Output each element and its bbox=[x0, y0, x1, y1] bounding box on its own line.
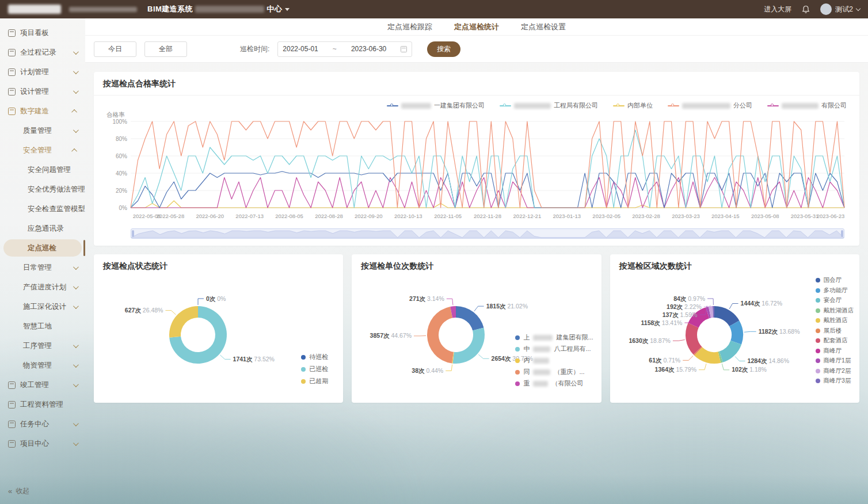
sidebar-item-9[interactable]: 安全检查监管模型 bbox=[0, 199, 85, 219]
donut-legend-item-6[interactable]: 配套酒店 bbox=[816, 337, 854, 345]
sidebar-item-12[interactable]: 日常管理 bbox=[0, 258, 85, 277]
sidebar-item-label: 竣工管理 bbox=[20, 380, 49, 390]
donut-legend-item-8[interactable]: 商峰厅1层 bbox=[816, 357, 854, 365]
sidebar-item-15[interactable]: 智慧工地 bbox=[0, 316, 85, 336]
chevron-down-icon bbox=[73, 264, 79, 270]
donut-legend-item-1[interactable]: 多功能厅 bbox=[816, 287, 854, 295]
enter-big-screen-link[interactable]: 进入大屏 bbox=[764, 5, 791, 14]
sidebar-item-label: 计划管理 bbox=[20, 67, 49, 77]
record-icon bbox=[8, 49, 16, 56]
sidebar-item-13[interactable]: 产值进度计划 bbox=[0, 277, 85, 297]
blurred-company-name bbox=[533, 381, 548, 387]
donut-legend-item-3[interactable]: 同（重庆）... bbox=[515, 368, 593, 376]
legend-dot-icon bbox=[816, 288, 820, 293]
donut-legend-item-2[interactable]: 已超期 bbox=[301, 377, 328, 385]
svg-text:100%: 100% bbox=[112, 119, 127, 125]
sidebar-item-19[interactable]: 工程资料管理 bbox=[0, 395, 85, 414]
calendar-icon bbox=[401, 46, 407, 52]
user-menu[interactable]: 测试2 bbox=[820, 3, 860, 15]
donut-legend-item-7[interactable]: 商峰厅 bbox=[816, 347, 854, 355]
donut-legend-item-10[interactable]: 商峰厅3层 bbox=[816, 377, 854, 385]
tab-0[interactable]: 定点巡检跟踪 bbox=[387, 22, 432, 32]
sidebar-item-5[interactable]: 质量管理 bbox=[0, 121, 85, 140]
tab-2[interactable]: 定点巡检设置 bbox=[521, 22, 566, 32]
tab-1[interactable]: 定点巡检统计 bbox=[454, 22, 499, 32]
chevron-down-icon bbox=[73, 381, 79, 387]
datazoom-left-handle[interactable] bbox=[132, 230, 134, 237]
blurred-company-name bbox=[533, 358, 549, 364]
point-status-title: 按巡检点状态统计 bbox=[103, 261, 334, 272]
donut-legend-item-4[interactable]: 戴胜酒店 bbox=[816, 316, 854, 324]
svg-text:2022-05-28: 2022-05-28 bbox=[157, 213, 185, 219]
donut-legend-item-2[interactable]: 宴会厅 bbox=[816, 296, 854, 304]
legend-label-prefix: 同 bbox=[523, 368, 530, 376]
sidebar-item-14[interactable]: 施工深化设计 bbox=[0, 297, 85, 316]
chevron-down-icon bbox=[73, 421, 79, 426]
svg-text:2022-10-13: 2022-10-13 bbox=[394, 213, 422, 219]
sidebar-item-18[interactable]: 竣工管理 bbox=[0, 375, 85, 395]
svg-text:102次 1.18%: 102次 1.18% bbox=[732, 366, 767, 373]
username: 测试2 bbox=[835, 5, 853, 14]
line-legend-item-3[interactable]: 分公司 bbox=[668, 101, 752, 110]
today-button[interactable]: 今日 bbox=[94, 41, 136, 57]
completion-icon bbox=[8, 381, 16, 389]
sidebar-item-2[interactable]: 计划管理 bbox=[0, 62, 85, 82]
donut-legend-item-0[interactable]: 上建集团有限... bbox=[515, 333, 593, 342]
sidebar-item-label: 全过程记录 bbox=[20, 48, 56, 58]
time-range-label: 巡检时间: bbox=[240, 44, 269, 54]
collapse-sidebar-button[interactable]: « 收起 bbox=[0, 486, 85, 504]
svg-text:2022-07-13: 2022-07-13 bbox=[235, 213, 264, 219]
sidebar-item-3[interactable]: 设计管理 bbox=[0, 82, 85, 101]
legend-label: 戴胜酒店 bbox=[823, 316, 847, 324]
donut-legend-item-1[interactable]: 已巡检 bbox=[301, 365, 328, 373]
line-legend-item-1[interactable]: 工程局有限公司 bbox=[500, 101, 598, 110]
svg-text:40%: 40% bbox=[116, 170, 127, 177]
legend-label: 分公司 bbox=[733, 101, 752, 110]
page-shell: 项目看板全过程记录计划管理设计管理数字建造质量管理安全管理安全问题管理安全优秀做… bbox=[0, 18, 868, 504]
company-logo bbox=[8, 5, 61, 14]
all-button[interactable]: 全部 bbox=[144, 41, 187, 57]
sidebar-item-label: 安全问题管理 bbox=[28, 165, 71, 175]
donut-legend-item-0[interactable]: 国会厅 bbox=[816, 276, 854, 284]
digital-icon bbox=[8, 108, 16, 115]
svg-text:2023-05-31: 2023-05-31 bbox=[791, 213, 819, 219]
date-range-input[interactable]: 2022-05-01 ~ 2023-06-30 bbox=[277, 41, 412, 57]
svg-text:0%: 0% bbox=[119, 205, 128, 211]
legend-label: 商峰厅2层 bbox=[823, 367, 851, 375]
sidebar-item-4[interactable]: 数字建造 bbox=[0, 101, 85, 121]
sidebar-item-21[interactable]: 项目中心 bbox=[0, 434, 85, 453]
line-legend-item-4[interactable]: 有限公司 bbox=[767, 101, 847, 110]
sidebar-item-16[interactable]: 工序管理 bbox=[0, 336, 85, 356]
sidebar-item-0[interactable]: 项目看板 bbox=[0, 23, 85, 43]
datazoom-right-handle[interactable] bbox=[841, 230, 843, 237]
line-legend-item-2[interactable]: 内部单位 bbox=[613, 101, 653, 110]
svg-text:627次 26.48%: 627次 26.48% bbox=[125, 307, 163, 314]
notification-bell-icon[interactable] bbox=[802, 5, 810, 14]
sidebar-item-11[interactable]: 定点巡检 bbox=[0, 238, 85, 258]
sidebar-item-17[interactable]: 物资管理 bbox=[0, 356, 85, 375]
sidebar-item-6[interactable]: 安全管理 bbox=[0, 140, 85, 160]
donut-legend-item-1[interactable]: 中八工程局有... bbox=[515, 345, 593, 353]
donut-legend-item-9[interactable]: 商峰厅2层 bbox=[816, 367, 854, 375]
sidebar-item-7[interactable]: 安全问题管理 bbox=[0, 160, 85, 180]
donut-legend-item-2[interactable]: 内 bbox=[515, 356, 593, 365]
chevron-down-icon bbox=[73, 342, 79, 348]
legend-label: 宴会厅 bbox=[823, 296, 842, 304]
pass-rate-chart-card: 按巡检点合格率统计 一建集团有限公司工程局有限公司内部单位分公司有限公司 合格率… bbox=[94, 72, 859, 246]
sidebar-item-1[interactable]: 全过程记录 bbox=[0, 43, 85, 62]
sidebar-item-10[interactable]: 应急通讯录 bbox=[0, 219, 85, 238]
line-legend-item-0[interactable]: 一建集团有限公司 bbox=[387, 101, 485, 110]
sidebar-item-20[interactable]: 任务中心 bbox=[0, 414, 85, 434]
collapse-label: 收起 bbox=[16, 486, 29, 496]
legend-label: 一建集团有限公司 bbox=[434, 101, 485, 110]
svg-text:2022-11-05: 2022-11-05 bbox=[434, 213, 462, 219]
donut-legend-item-5[interactable]: 展后楼 bbox=[816, 327, 854, 335]
donut-legend-item-0[interactable]: 待巡检 bbox=[301, 353, 328, 361]
search-button[interactable]: 搜索 bbox=[427, 41, 460, 57]
datazoom-slider[interactable] bbox=[131, 228, 844, 239]
sidebar-item-8[interactable]: 安全优秀做法管理 bbox=[0, 180, 85, 199]
project-switch-caret-icon[interactable] bbox=[285, 8, 290, 11]
svg-text:192次 2.22%: 192次 2.22% bbox=[667, 303, 702, 311]
donut-legend-item-3[interactable]: 戴胜湖酒店 bbox=[816, 307, 854, 315]
donut-legend-item-4[interactable]: 重（有限公司 bbox=[515, 379, 593, 388]
